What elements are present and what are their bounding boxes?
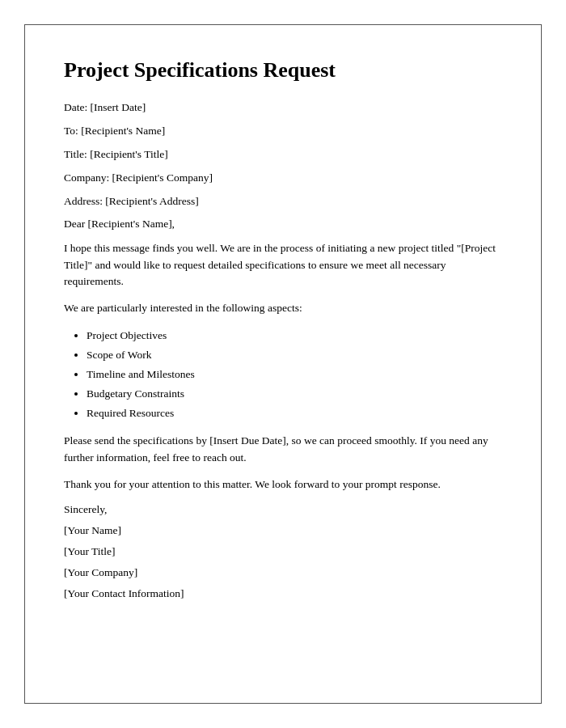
field-to: To: [Recipient's Name] [64,124,502,139]
closing-paragraph-1: Please send the specifications by [Inser… [64,433,502,467]
bullet-list: Project Objectives Scope of Work Timelin… [87,327,502,423]
signature-title: [Your Title] [64,545,502,558]
list-item: Budgetary Constraints [87,385,502,404]
list-item: Project Objectives [87,327,502,345]
list-item: Timeline and Milestones [87,366,502,384]
salutation: Dear [Recipient's Name], [64,218,502,231]
interest-intro: We are particularly interested in the fo… [64,300,502,317]
document-title: Project Specifications Request [64,57,502,83]
signature-name: [Your Name] [64,524,502,537]
field-title: Title: [Recipient's Title] [64,147,502,163]
field-date: Date: [Insert Date] [64,100,502,116]
page-wrapper: Project Specifications Request Date: [In… [0,0,566,728]
list-item: Required Resources [87,404,502,423]
document: Project Specifications Request Date: [In… [24,24,542,704]
field-address: Address: [Recipient's Address] [64,194,502,210]
signature-contact: [Your Contact Information] [64,587,502,600]
list-item: Scope of Work [87,346,502,365]
field-company: Company: [Recipient's Company] [64,171,502,186]
closing-paragraph-2: Thank you for your attention to this mat… [64,476,502,493]
signature-company: [Your Company] [64,566,502,579]
closing: Sincerely, [64,503,502,516]
intro-paragraph: I hope this message finds you well. We a… [64,240,502,291]
